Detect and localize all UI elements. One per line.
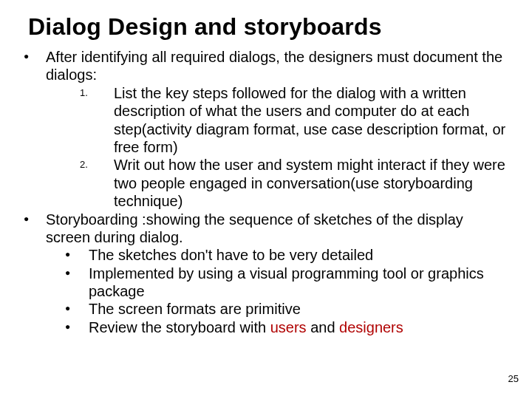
sub-bullet-4-designers: designers [339,319,403,335]
sub-bullet-1: The sketches don't have to be very detai… [59,246,511,264]
bullet-top-2: Storyboarding :showing the sequence of s… [21,211,511,337]
sub-bullet-2-text: Implemented by using a visual programmin… [89,265,484,299]
bullet-top-1-text: After identifying all required dialogs, … [46,49,502,83]
sub-bullet-4: Review the storyboard with users and des… [59,318,511,336]
numbered-item-1-text: List the key steps followed for the dial… [114,85,505,155]
numbered-item-2-text: Writ out how the user and system might i… [114,157,505,209]
slide-title: Dialog Design and storyboards [28,13,511,41]
numbered-item-2: Writ out how the user and system might i… [74,156,511,210]
bullet-top-1: After identifying all required dialogs, … [21,48,511,211]
bullet-top-2-text: Storyboarding :showing the sequence of s… [46,211,463,245]
numbered-item-1: List the key steps followed for the dial… [74,84,511,157]
slide: Dialog Design and storyboards After iden… [0,0,532,399]
sub-bullet-4-text-c: and [307,319,339,335]
sub-bullet-4-text-a: Review the storyboard with [89,319,270,335]
sub-bullet-4-users: users [270,319,307,335]
sub-bullet-2: Implemented by using a visual programmin… [59,265,511,301]
sub-bullet-3-text: The screen formats are primitive [89,301,301,317]
sub-bullet-1-text: The sketches don't have to be very detai… [89,247,373,263]
page-number: 25 [508,373,519,384]
slide-body: After identifying all required dialogs, … [21,48,511,336]
sub-bullet-3: The screen formats are primitive [59,300,511,318]
